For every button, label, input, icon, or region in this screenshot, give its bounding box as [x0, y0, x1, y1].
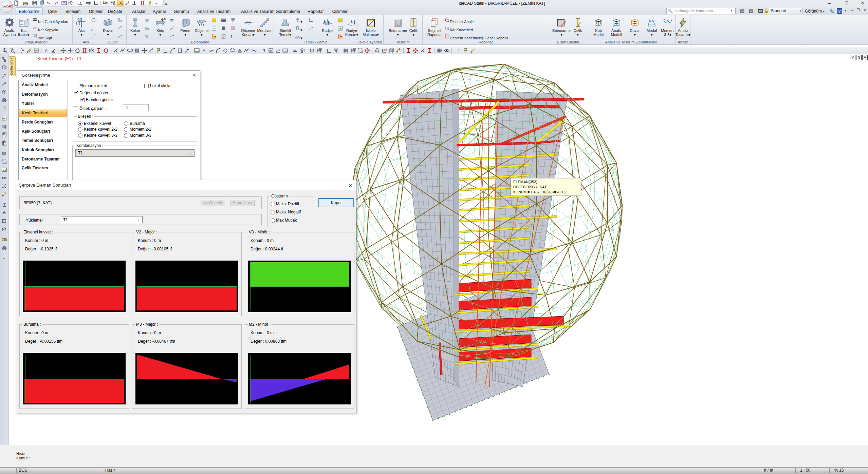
- svg-text:ELEMAN(353): ELEMAN(353): [513, 180, 537, 184]
- svg-text:mm²: mm²: [283, 50, 287, 52]
- svg-text:1: 1: [77, 22, 79, 25]
- svg-text:KONUM = 1.437; DEĞER= -0.133: KONUM = 1.437; DEĞER= -0.133: [513, 190, 567, 194]
- svg-text:A: A: [203, 48, 206, 53]
- svg-text:xyz: xyz: [384, 49, 387, 51]
- svg-text:ABC: ABC: [2, 239, 6, 241]
- svg-text:A: A: [45, 48, 48, 53]
- svg-text:°: °: [279, 50, 280, 53]
- svg-text:m²: m²: [269, 49, 273, 52]
- svg-text:OBJEBE050-7. KAT: OBJEBE050-7. KAT: [513, 185, 547, 189]
- svg-text:A: A: [78, 18, 80, 21]
- svg-text:?: ?: [263, 49, 265, 53]
- svg-text:N: N: [164, 17, 166, 21]
